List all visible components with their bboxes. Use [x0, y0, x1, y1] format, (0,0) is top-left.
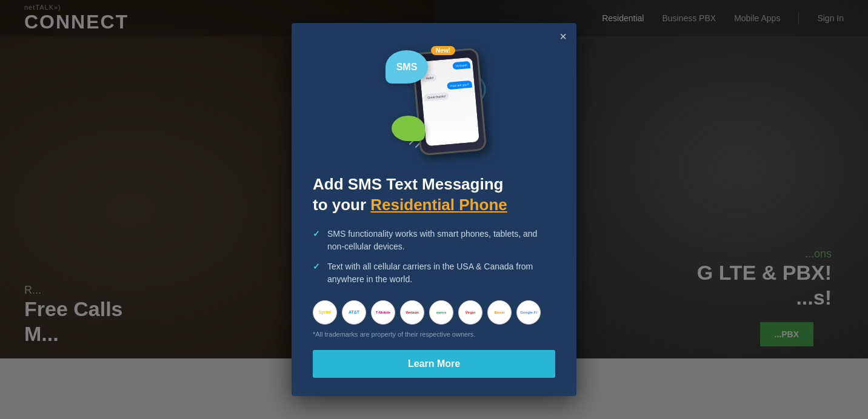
feature-item-2: Text with all cellular carriers in the U…: [313, 260, 555, 286]
chat-bubble-1: Hi there!: [452, 61, 470, 70]
carrier-tmobile: T-Mobile: [371, 300, 395, 325]
carrier-boost: Boost: [487, 300, 512, 325]
green-chat-bubble: [392, 116, 425, 141]
chat-bubble-4: Great thanks!: [424, 92, 449, 101]
sms-bubble: SMS: [386, 50, 428, 84]
feature-item-1: SMS functionality works with smart phone…: [313, 228, 555, 253]
phone-screen-inner: Hi there! Hello! How are you? Great than…: [419, 58, 479, 147]
modal-title-line1: Add SMS Text Messaging: [313, 175, 503, 193]
carrier-virgin: Virgin: [458, 300, 482, 325]
modal-title: Add SMS Text Messaging to your Residenti…: [313, 174, 555, 216]
modal-overlay: × SMS Hi there! Hello! How are you?: [0, 0, 868, 419]
carrier-metro: metro: [429, 300, 453, 325]
trademark-note: *All trademarks are property of their re…: [313, 331, 555, 338]
carrier-google: Google Fi: [516, 300, 541, 325]
sms-modal: × SMS Hi there! Hello! How are you?: [292, 23, 576, 396]
modal-title-line2: to your: [313, 196, 370, 214]
sms-label: SMS: [396, 62, 418, 73]
carrier-att: AT&T: [342, 300, 366, 325]
modal-close-button[interactable]: ×: [559, 30, 567, 42]
new-badge: New!: [431, 46, 455, 55]
modal-features: SMS functionality works with smart phone…: [313, 228, 555, 286]
chat-bubble-3: How are you?: [447, 81, 472, 90]
modal-illustration: SMS Hi there! Hello! How are you? Great …: [313, 41, 555, 162]
modal-title-highlight: Residential Phone: [370, 196, 507, 214]
carrier-sprint: Sprint: [313, 300, 337, 325]
learn-more-button[interactable]: Learn More: [313, 350, 555, 378]
carrier-verizon: Verizon: [400, 300, 424, 325]
phone-container: SMS Hi there! Hello! How are you? Great …: [373, 41, 495, 162]
phone-screen: Hi there! Hello! How are you? Great than…: [419, 58, 479, 147]
carrier-logos: Sprint AT&T T-Mobile Verizon metro Virgi…: [313, 300, 555, 325]
